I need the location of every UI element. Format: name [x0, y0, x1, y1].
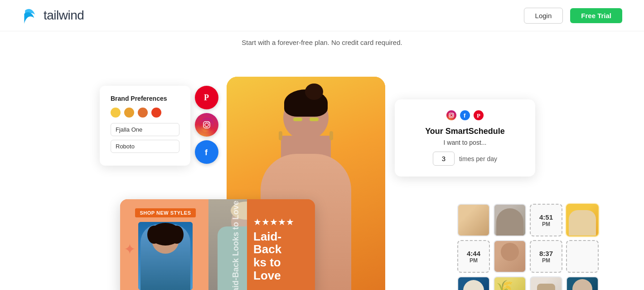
ss-input-row: times per day	[406, 152, 524, 166]
color-palette	[111, 108, 179, 118]
svg-text:P: P	[204, 93, 209, 102]
color-dot-2[interactable]	[124, 108, 134, 118]
time-cell-2: 4:44 PM	[457, 240, 490, 273]
time-period-3: PM	[542, 257, 550, 264]
font-field-1[interactable]: Fjalla One	[111, 123, 179, 136]
instagram-svg	[199, 118, 214, 132]
svg-text:f: f	[205, 148, 208, 157]
stars-rating: ★★★★★	[253, 216, 294, 227]
svg-point-8	[446, 110, 456, 120]
promo-person-image	[138, 222, 193, 290]
photo-2[interactable]	[494, 204, 526, 236]
photo-3[interactable]	[566, 204, 599, 236]
ss-instagram-svg	[446, 110, 456, 120]
ss-pinterest-svg: P	[474, 110, 484, 120]
ss-subtitle: I want to post...	[406, 139, 524, 146]
photo-8[interactable]	[566, 276, 599, 290]
promo-card: ✦ SHOP NEW STYLES	[120, 199, 315, 290]
ss-facebook-svg: f	[460, 110, 470, 120]
time-value-2: 4:44	[467, 250, 480, 257]
time-period-2: PM	[470, 257, 478, 264]
svg-text:P: P	[477, 112, 480, 119]
photo-empty	[566, 240, 599, 273]
smart-schedule-card: f P Your SmartSchedule I want to post...…	[395, 99, 535, 177]
ss-facebook-icon: f	[460, 110, 470, 123]
header: tailwind Login Free Trial	[0, 0, 644, 31]
ss-title: Your SmartSchedule	[406, 127, 524, 136]
promo-text-line1: Laid-Back	[253, 230, 309, 256]
instagram-icon[interactable]	[195, 113, 218, 137]
ss-instagram-icon	[446, 110, 456, 123]
login-button[interactable]: Login	[524, 8, 563, 24]
free-trial-button[interactable]: Free Trial	[570, 8, 622, 23]
promo-left-section: ✦ SHOP NEW STYLES	[120, 199, 211, 290]
photo-1[interactable]	[457, 204, 490, 236]
ss-social-icons: f P	[406, 110, 524, 123]
time-value-3: 8:37	[539, 250, 553, 257]
svg-point-11	[453, 113, 454, 114]
subtitle-text: Start with a forever-free plan. No credi…	[0, 39, 644, 46]
ss-times-input[interactable]	[433, 152, 455, 166]
photo-grid: 4:51 PM 4:44 PM 8:37 PM 🌾	[457, 204, 599, 290]
header-nav: Login Free Trial	[524, 8, 622, 24]
photo-4[interactable]	[494, 240, 526, 273]
pinterest-icon[interactable]: P	[195, 86, 218, 109]
brand-preferences-card: Brand Preferences Fjalla One Roboto	[100, 86, 190, 166]
promo-person-bg	[138, 222, 193, 290]
pinterest-svg: P	[199, 90, 214, 105]
photo-6[interactable]: 🌾	[494, 276, 526, 290]
ss-per-day-label: times per day	[459, 155, 497, 162]
promo-text-line2: ks to Love	[253, 256, 309, 282]
main-content: Start with a forever-free plan. No credi…	[0, 31, 644, 290]
facebook-icon[interactable]: f	[195, 140, 218, 164]
tailwind-logo-icon	[22, 5, 40, 25]
logo-area: tailwind	[22, 5, 84, 25]
time-cell-1: 4:51 PM	[530, 204, 562, 236]
squiggle-decoration: ✦	[124, 241, 136, 258]
brand-prefs-title: Brand Preferences	[111, 95, 179, 102]
ss-pinterest-icon: P	[474, 110, 484, 123]
font-field-2[interactable]: Roboto	[111, 140, 179, 153]
svg-text:f: f	[464, 112, 466, 119]
logo-text: tailwind	[44, 8, 84, 23]
facebook-svg: f	[199, 145, 214, 159]
photo-7[interactable]	[530, 276, 562, 290]
social-icons-group: P	[195, 86, 218, 164]
color-dot-1[interactable]	[111, 108, 121, 118]
shop-badge: SHOP NEW STYLES	[135, 208, 195, 217]
promo-right-section: ★★★★★ Laid-Back ks to Love Laid-Back Loo…	[208, 199, 315, 290]
svg-point-5	[208, 122, 209, 123]
photo-5[interactable]	[457, 276, 490, 290]
svg-point-2	[199, 118, 214, 132]
color-dot-3[interactable]	[138, 108, 148, 118]
time-value-1: 4:51	[539, 213, 553, 221]
time-cell-3: 8:37 PM	[530, 240, 562, 273]
time-period-1: PM	[542, 221, 550, 227]
color-dot-4[interactable]	[151, 108, 161, 118]
promo-vertical-text: Laid-Back Looks to Love	[231, 201, 241, 290]
